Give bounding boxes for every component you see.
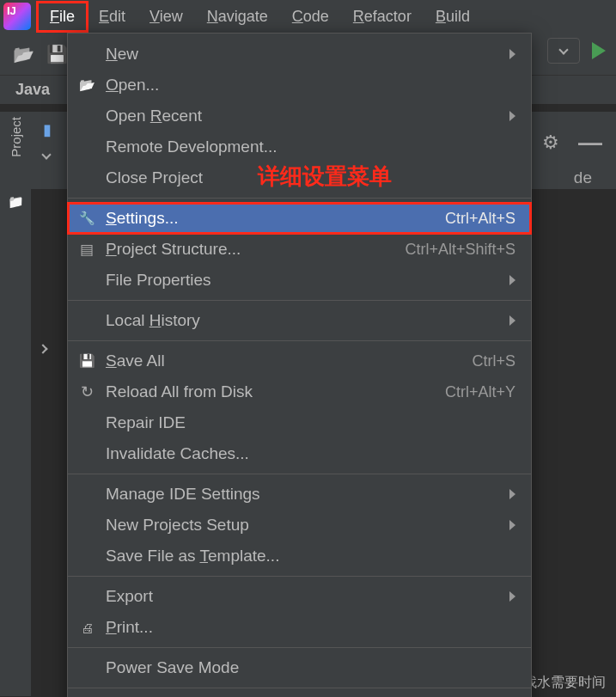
open-ic-icon xyxy=(76,77,97,93)
menu-item-new-projects-setup[interactable]: New Projects Setup xyxy=(68,510,531,541)
menu-navigate[interactable]: Navigate xyxy=(195,3,280,31)
menu-item-exit[interactable]: Exit xyxy=(68,693,531,697)
menu-item-open-recent[interactable]: Open Recent xyxy=(68,101,531,131)
chevron-right-icon xyxy=(509,315,515,326)
project-tool-tab[interactable]: Project xyxy=(9,117,23,157)
menu-item-reload-all-from-disk[interactable]: Reload All from DiskCtrl+Alt+Y xyxy=(68,376,531,407)
chevron-right-icon xyxy=(509,489,515,499)
tree-expand-icon[interactable] xyxy=(41,150,51,159)
menu-item-label: Local History xyxy=(106,311,503,330)
menu-edit[interactable]: Edit xyxy=(87,3,137,31)
menu-code[interactable]: Code xyxy=(280,3,341,31)
folder-icon[interactable] xyxy=(8,193,24,211)
menu-item-label: File Properties xyxy=(106,271,503,290)
menu-item-label: Remote Development... xyxy=(106,138,515,156)
menu-item-new[interactable]: New xyxy=(68,39,531,70)
minimize-icon[interactable]: — xyxy=(578,129,602,156)
reload-ic-icon xyxy=(76,382,97,401)
menu-item-settings[interactable]: Settings...Ctrl+Alt+S xyxy=(68,203,531,234)
menu-item-open[interactable]: Open... xyxy=(68,70,531,101)
editor-partial-text: de xyxy=(574,168,592,187)
menu-item-save-file-as-template[interactable]: Save File as Template... xyxy=(68,541,531,572)
chevron-right-icon xyxy=(509,520,515,530)
menu-item-local-history[interactable]: Local History xyxy=(68,305,531,336)
menu-item-label: Invalidate Caches... xyxy=(106,444,515,463)
collapse-icon[interactable] xyxy=(40,339,46,357)
gear-icon[interactable]: ⚙ xyxy=(542,131,559,154)
app-logo xyxy=(3,3,31,30)
annotation-label: 详细设置菜单 xyxy=(258,162,392,192)
menu-build[interactable]: Build xyxy=(424,3,482,31)
chevron-right-icon xyxy=(509,591,515,602)
wrench-ic-icon xyxy=(76,211,97,226)
shortcut-label: Ctrl+Alt+Y xyxy=(445,383,515,401)
struct-ic-icon xyxy=(76,241,97,259)
menu-file[interactable]: File xyxy=(38,3,87,31)
menu-separator xyxy=(68,198,531,199)
menu-item-label: Print... xyxy=(106,618,515,637)
menu-item-label: Settings... xyxy=(106,209,445,228)
chevron-right-icon xyxy=(509,49,515,59)
menu-item-label: Project Structure... xyxy=(106,240,405,259)
sidebar: Project xyxy=(0,112,31,696)
menu-item-file-properties[interactable]: File Properties xyxy=(68,265,531,296)
menu-item-label: Manage IDE Settings xyxy=(106,485,503,504)
menu-item-label: Export xyxy=(106,587,503,606)
menu-item-label: Reload All from Disk xyxy=(106,382,445,401)
shortcut-label: Ctrl+Alt+S xyxy=(445,210,515,228)
file-menu-dropdown: NewOpen...Open RecentRemote Development.… xyxy=(67,33,532,697)
chevron-right-icon xyxy=(509,111,515,121)
menu-item-power-save-mode[interactable]: Power Save Mode xyxy=(68,652,531,683)
run-config-dropdown[interactable] xyxy=(547,38,580,64)
menu-view[interactable]: View xyxy=(137,3,195,31)
menu-item-label: New Projects Setup xyxy=(106,516,503,535)
open-icon[interactable] xyxy=(13,44,34,64)
shortcut-label: Ctrl+Alt+Shift+S xyxy=(405,241,515,259)
folder-tab-icon[interactable]: ▮ xyxy=(43,120,52,139)
menu-item-label: Save All xyxy=(106,352,472,370)
save-icon[interactable] xyxy=(46,44,68,64)
menu-separator xyxy=(68,576,531,577)
chevron-right-icon xyxy=(509,275,515,285)
menu-item-label: Open... xyxy=(106,76,515,95)
menu-separator xyxy=(68,688,531,688)
menu-item-label: Power Save Mode xyxy=(106,658,515,677)
run-button[interactable] xyxy=(592,42,606,59)
menu-item-label: New xyxy=(106,45,503,64)
menu-item-invalidate-caches[interactable]: Invalidate Caches... xyxy=(68,438,531,469)
menu-item-manage-ide-settings[interactable]: Manage IDE Settings xyxy=(68,479,531,510)
menu-item-export[interactable]: Export xyxy=(68,581,531,612)
menu-item-repair-ide[interactable]: Repair IDE xyxy=(68,407,531,438)
save-ic-icon xyxy=(76,353,97,369)
menu-item-label: Save File as Template... xyxy=(106,547,515,566)
menu-item-project-structure[interactable]: Project Structure...Ctrl+Alt+Shift+S xyxy=(68,234,531,265)
menubar: FileEditViewNavigateCodeRefactorBuild xyxy=(0,0,616,33)
print-ic-icon xyxy=(76,621,97,635)
shortcut-label: Ctrl+S xyxy=(472,352,515,370)
menu-separator xyxy=(68,474,531,474)
menu-separator xyxy=(68,340,531,341)
menu-refactor[interactable]: Refactor xyxy=(341,3,424,31)
menu-item-label: Repair IDE xyxy=(106,413,515,432)
editor-tools: ⚙ — xyxy=(542,129,602,156)
menu-item-save-all[interactable]: Save AllCtrl+S xyxy=(68,345,531,376)
menu-item-remote-development[interactable]: Remote Development... xyxy=(68,131,531,162)
menu-item-label: Open Recent xyxy=(106,107,503,125)
menu-item-print[interactable]: Print... xyxy=(68,612,531,643)
menu-separator xyxy=(68,300,531,301)
menu-separator xyxy=(68,647,531,648)
